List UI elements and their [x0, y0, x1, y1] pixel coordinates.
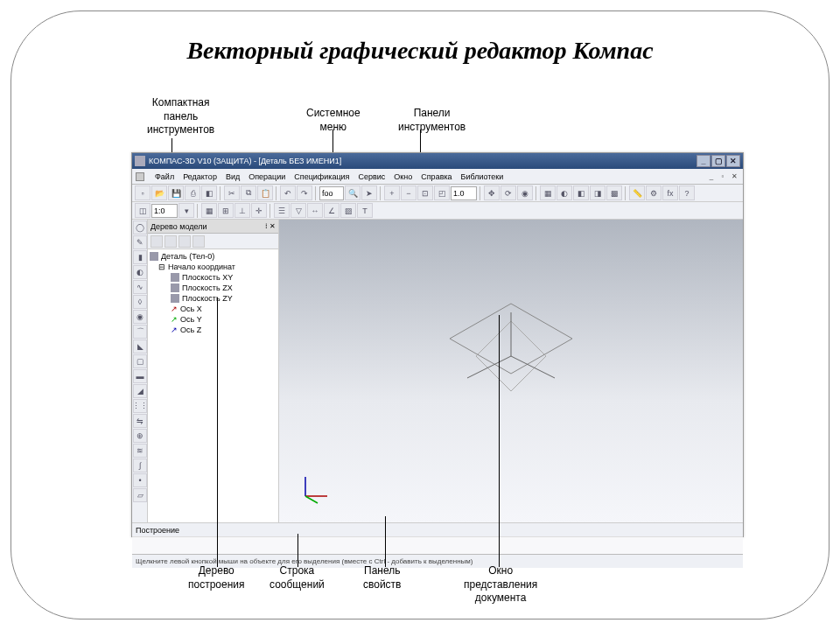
menu-help[interactable]: Справка	[421, 172, 452, 181]
print-icon[interactable]: ⎙	[185, 186, 200, 200]
separator	[480, 186, 481, 200]
search-icon[interactable]: 🔍	[345, 186, 360, 200]
chamfer-icon[interactable]: ◣	[133, 340, 147, 354]
pattern-icon[interactable]: ⋮⋮	[133, 399, 147, 413]
app-window: КОМПАС-3D V10 (ЗАЩИТА) - [Деталь БЕЗ ИМЕ…	[131, 152, 744, 537]
hidden-icon[interactable]: ◧	[573, 186, 589, 200]
zoom-window-icon[interactable]: ◰	[434, 186, 450, 200]
properties-icon[interactable]: ⚙	[646, 186, 662, 200]
ortho-icon[interactable]: ⊥	[234, 203, 250, 218]
hole-icon[interactable]: ◉	[133, 310, 147, 324]
scale-input[interactable]	[151, 204, 178, 218]
cut-icon[interactable]: ✂	[224, 186, 240, 200]
extrude-icon[interactable]: ▮	[133, 250, 147, 264]
axis-icon[interactable]: ✛	[251, 203, 267, 218]
tree-root[interactable]: Деталь (Тел-0)	[150, 251, 276, 262]
geometry-icon[interactable]: ◯	[133, 220, 147, 234]
tree-axis-x[interactable]: ↗Ось X	[150, 304, 276, 314]
angle-icon[interactable]: ∠	[324, 203, 340, 218]
save-icon[interactable]: 💾	[168, 186, 184, 200]
tree-btn-1[interactable]	[150, 235, 163, 248]
menu-view[interactable]: Вид	[226, 172, 240, 181]
sweep-icon[interactable]: ∿	[133, 280, 147, 294]
viewport[interactable]	[279, 220, 743, 522]
variables-icon[interactable]: fx	[662, 186, 678, 200]
fillet-icon[interactable]: ⌒	[133, 325, 147, 339]
dropdown-icon[interactable]: ▾	[178, 203, 194, 218]
plane-icon[interactable]: ▱	[133, 488, 147, 502]
tree-origin[interactable]: ⊟Начало координат	[150, 262, 276, 272]
draft-icon[interactable]: ◢	[133, 384, 147, 398]
tree-btn-2[interactable]	[164, 235, 177, 248]
loft-icon[interactable]: ◊	[133, 295, 147, 309]
tree-plane-zy[interactable]: Плоскость ZY	[150, 293, 276, 304]
new-icon[interactable]: ▫	[135, 186, 150, 200]
property-panel-tab[interactable]: Построение	[136, 526, 179, 535]
text-icon[interactable]: T	[357, 203, 373, 218]
curve-icon[interactable]: ∫	[133, 458, 147, 472]
cursor-icon[interactable]: ➤	[361, 186, 377, 200]
view-icon[interactable]: ◫	[135, 203, 150, 218]
preview-icon[interactable]: ◧	[201, 186, 217, 200]
filter-icon[interactable]: ▽	[290, 203, 306, 218]
perspective-icon[interactable]: ◨	[590, 186, 606, 200]
menu-file[interactable]: Файл	[155, 172, 174, 181]
help-icon[interactable]: ?	[679, 186, 695, 200]
point-icon[interactable]: •	[133, 473, 147, 487]
font-input[interactable]	[319, 186, 344, 200]
tree-plane-zx[interactable]: Плоскость ZX	[150, 283, 276, 293]
tree-axis-y[interactable]: ↗Ось Y	[150, 314, 276, 325]
tree-axis-z[interactable]: ↗Ось Z	[150, 325, 276, 335]
mdi-minimize[interactable]: _	[706, 172, 717, 181]
undo-icon[interactable]: ↶	[280, 186, 296, 200]
plane-icon	[171, 284, 179, 292]
separator	[536, 186, 537, 200]
tree-plane-xy[interactable]: Плоскость XY	[150, 272, 276, 283]
hatch-icon[interactable]: ▨	[340, 203, 356, 218]
mdi-restore[interactable]: ▫	[718, 172, 728, 181]
shaded-icon[interactable]: ◐	[556, 186, 572, 200]
menu-operations[interactable]: Операции	[248, 172, 285, 181]
tree-btn-3[interactable]	[178, 235, 191, 248]
menu-edit[interactable]: Редактор	[183, 172, 217, 181]
copy-icon[interactable]: ⧉	[241, 186, 256, 200]
rotate-icon[interactable]: ⟳	[500, 186, 516, 200]
sketch-icon[interactable]: ✎	[133, 235, 147, 249]
menu-libraries[interactable]: Библиотеки	[461, 172, 504, 181]
pan-icon[interactable]: ✥	[484, 186, 500, 200]
tree-body[interactable]: Деталь (Тел-0) ⊟Начало координат Плоскос…	[148, 249, 278, 522]
shell-icon[interactable]: ▢	[133, 354, 147, 368]
zoom-input[interactable]	[451, 186, 477, 200]
minimize-button[interactable]: _	[696, 155, 710, 167]
open-icon[interactable]: 📂	[151, 186, 167, 200]
measure-icon[interactable]: 📏	[629, 186, 645, 200]
wireframe-icon[interactable]: ▦	[540, 186, 556, 200]
render-icon[interactable]: ▩	[606, 186, 622, 200]
titlebar: КОМПАС-3D V10 (ЗАЩИТА) - [Деталь БЕЗ ИМЕ…	[132, 153, 743, 169]
snap-icon[interactable]: ⊞	[218, 203, 234, 218]
tree-btn-4[interactable]	[192, 235, 205, 248]
close-button[interactable]: ✕	[726, 155, 740, 167]
revolve-icon[interactable]: ◐	[133, 265, 147, 279]
surface-icon[interactable]: ≋	[133, 444, 147, 458]
callout-compact-panel: Компактнаяпанельинструментов	[147, 96, 214, 137]
menu-specification[interactable]: Спецификация	[294, 172, 349, 181]
mirror-icon[interactable]: ⇋	[133, 414, 147, 428]
zoom-out-icon[interactable]: −	[401, 186, 416, 200]
paste-icon[interactable]: 📋	[257, 186, 273, 200]
layer-icon[interactable]: ☰	[274, 203, 290, 218]
menu-service[interactable]: Сервис	[359, 172, 386, 181]
menu-window[interactable]: Окно	[394, 172, 412, 181]
maximize-button[interactable]: ▢	[711, 155, 725, 167]
property-row	[132, 536, 743, 554]
grid-icon[interactable]: ▦	[201, 203, 217, 218]
orbit-icon[interactable]: ◉	[517, 186, 533, 200]
zoom-in-icon[interactable]: +	[384, 186, 400, 200]
dim-icon[interactable]: ↔	[307, 203, 323, 218]
separator	[220, 186, 221, 200]
mdi-close[interactable]: ✕	[729, 172, 739, 181]
redo-icon[interactable]: ↷	[297, 186, 312, 200]
zoom-fit-icon[interactable]: ⊡	[417, 186, 433, 200]
boolean-icon[interactable]: ⊕	[133, 429, 147, 443]
rib-icon[interactable]: ▬	[133, 369, 147, 383]
